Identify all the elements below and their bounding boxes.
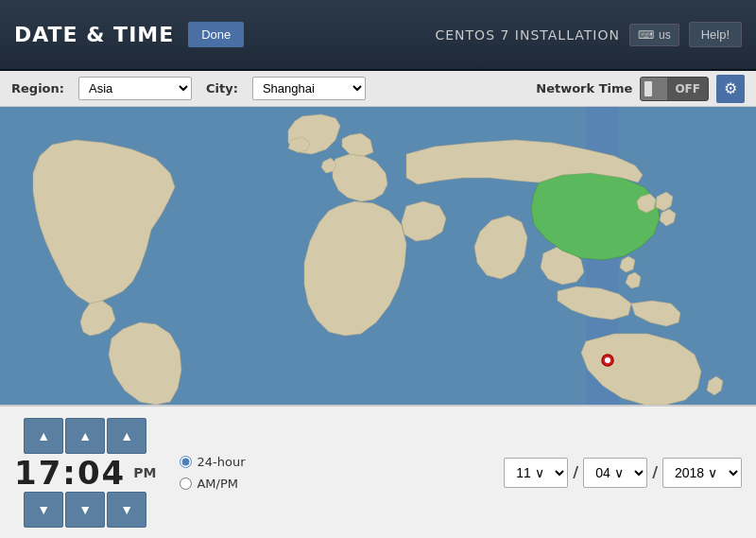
header-right: CENTOS 7 INSTALLATION ⌨ us Help! xyxy=(435,22,742,47)
year-select[interactable]: 2018 ∨ 2017 2019 2020 xyxy=(662,458,742,488)
bottom-controls: ▲ ▲ ▲ 17:04 PM ▼ ▼ ▼ xyxy=(0,405,756,538)
chevron-up-icon-2: ▲ xyxy=(78,428,92,443)
ampm-label: PM xyxy=(133,465,156,480)
ampm-radio-label[interactable]: AM/PM xyxy=(180,477,245,491)
minutes-value: 04 xyxy=(77,454,126,492)
date-separator-2: / xyxy=(652,463,658,481)
time-spinners: ▲ ▲ ▲ 17:04 PM ▼ ▼ ▼ xyxy=(14,418,156,528)
toggle-state: OFF xyxy=(667,79,708,98)
24hour-label: 24-hour xyxy=(197,455,245,469)
day-select[interactable]: 04 ∨ 01 02 03 05 30 31 xyxy=(583,458,647,488)
keyboard-label: us xyxy=(659,28,671,42)
hours-up-button[interactable]: ▲ xyxy=(24,418,63,454)
gear-icon: ⚙ xyxy=(724,79,737,97)
minutes-down-button[interactable]: ▼ xyxy=(65,492,105,528)
toolbar: Region: Asia Africa America Antarctica A… xyxy=(0,71,756,107)
header: DATE & TIME Done CENTOS 7 INSTALLATION ⌨… xyxy=(0,0,756,71)
keyboard-icon: ⌨ xyxy=(638,28,654,42)
time-down-buttons: ▼ ▼ ▼ xyxy=(24,492,146,528)
chevron-down-icon-2: ▼ xyxy=(78,502,92,517)
page-title: DATE & TIME xyxy=(14,23,174,46)
help-button[interactable]: Help! xyxy=(689,22,742,47)
chevron-up-icon-3: ▲ xyxy=(120,428,133,443)
chevron-down-icon: ▼ xyxy=(37,502,50,517)
ampm-format-label: AM/PM xyxy=(197,477,238,491)
time-up-buttons: ▲ ▲ ▲ xyxy=(24,418,146,454)
hours-down-button[interactable]: ▼ xyxy=(24,492,63,528)
region-select[interactable]: Asia Africa America Antarctica Arctic At… xyxy=(78,77,192,100)
city-select[interactable]: Shanghai Beijing Tokyo Seoul Hong Kong S… xyxy=(252,77,366,100)
seconds-down-button[interactable]: ▼ xyxy=(107,492,146,528)
svg-point-2 xyxy=(605,357,610,363)
time-colon: : xyxy=(62,454,77,492)
date-selects-row: 11 ∨ 01 02 03 04 05 06 07 08 09 10 12 / … xyxy=(504,458,742,488)
toggle-track[interactable] xyxy=(641,78,667,100)
ampm-radio[interactable] xyxy=(180,477,192,490)
world-map[interactable] xyxy=(0,107,756,405)
network-time-toggle[interactable]: OFF xyxy=(640,77,709,101)
time-format-radio-group: 24-hour AM/PM xyxy=(180,455,245,491)
region-label: Region: xyxy=(11,81,64,95)
network-time-section: Network Time OFF ⚙ xyxy=(536,75,745,103)
network-time-label: Network Time xyxy=(536,81,632,95)
seconds-up-button[interactable]: ▲ xyxy=(107,418,146,454)
chevron-down-icon-3: ▼ xyxy=(120,502,133,517)
map-container[interactable] xyxy=(0,107,756,405)
minutes-up-button[interactable]: ▲ xyxy=(65,418,105,454)
hours-value: 17 xyxy=(14,454,62,492)
header-left: DATE & TIME Done xyxy=(14,22,244,47)
settings-gear-button[interactable]: ⚙ xyxy=(716,75,745,103)
month-select[interactable]: 11 ∨ 01 02 03 04 05 06 07 08 09 10 12 xyxy=(504,458,568,488)
install-title: CENTOS 7 INSTALLATION xyxy=(435,27,619,43)
keyboard-button[interactable]: ⌨ us xyxy=(629,24,679,46)
time-display: 17:04 xyxy=(14,454,126,492)
24hour-radio-label[interactable]: 24-hour xyxy=(180,455,245,469)
done-button[interactable]: Done xyxy=(188,22,244,47)
time-display-row: 17:04 PM xyxy=(14,454,156,492)
24hour-radio[interactable] xyxy=(180,456,192,468)
city-label: City: xyxy=(206,81,238,95)
date-spinners: 11 ∨ 01 02 03 04 05 06 07 08 09 10 12 / … xyxy=(504,450,742,495)
date-separator-1: / xyxy=(573,463,578,481)
chevron-up-icon: ▲ xyxy=(37,428,50,443)
